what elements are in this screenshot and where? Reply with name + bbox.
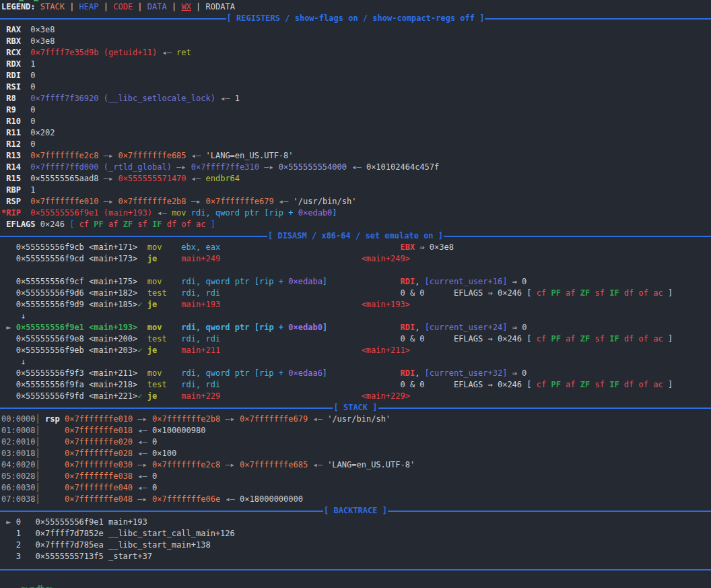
section-disasm: [ DISASM / x86-64 / set emulate on ] 0×5… bbox=[1, 230, 711, 402]
backtrace-row: ► 0 0×55555556f9e1 main+193 bbox=[1, 517, 711, 528]
disasm-row: 0×55555556f9cf <main+175> mov rdi, qword… bbox=[1, 276, 711, 288]
backtrace-row: 2 0×7ffff7d785ea __libc_start_main+138 bbox=[1, 540, 711, 551]
stack-row: 01:0008│ 0×7fffffffe018 ◂— 0×100000980 bbox=[1, 425, 711, 436]
stack-list: 00:0000│ rsp 0×7fffffffe010 —▸ 0×7ffffff… bbox=[1, 414, 711, 505]
command-prompt[interactable]: pwndbg> bbox=[1, 573, 711, 584]
register-row: R15 0×55555565aad8 —▸ 0×555555571470 ◂— … bbox=[1, 173, 711, 185]
section-stack: [ STACK ] 00:0000│ rsp 0×7fffffffe010 —▸… bbox=[1, 402, 711, 505]
disasm-row: 0×55555556f9fa <main+218> test rdi, rdi … bbox=[1, 379, 711, 391]
disasm-row: 0×55555556f9d9 <main+185>✓ je main+193 <… bbox=[1, 299, 711, 311]
registers-section-header: [ REGISTERS / show-flags on / show-compa… bbox=[0, 13, 711, 24]
backtrace-section-header: [ BACKTRACE ] bbox=[0, 505, 711, 517]
register-row: RAX 0×3e8 bbox=[1, 24, 711, 36]
stack-row: 05:0028│ 0×7fffffffe038 ◂— 0 bbox=[1, 471, 711, 482]
stack-row: 02:0010│ 0×7fffffffe020 ◂— 0 bbox=[1, 436, 711, 448]
register-row: R11 0×202 bbox=[1, 127, 711, 139]
register-row: R8 0×7ffff7f36920 (__libc_setlocale_lock… bbox=[1, 93, 711, 104]
backtrace-section-title: [ BACKTRACE ] bbox=[323, 505, 388, 517]
stack-section-title: [ STACK ] bbox=[333, 402, 378, 414]
register-row: R9 0 bbox=[1, 104, 711, 116]
register-row: EFLAGS 0×246 [ cf PF af ZF sf IF df of a… bbox=[1, 219, 711, 230]
disasm-row: 0×55555556f9e8 <main+200> test rdi, rdi … bbox=[1, 333, 711, 345]
disasm-row: 0×55555556f9cb <main+171> mov ebx, eax E… bbox=[1, 242, 711, 253]
register-row: RBX 0×3e8 bbox=[1, 36, 711, 47]
disasm-row: 0×55555556f9eb <main+203>✓ je main+211 <… bbox=[1, 345, 711, 356]
register-row: RSI 0 bbox=[1, 81, 711, 93]
disasm-row: 0×55555556f9d6 <main+182> test rdi, rdi … bbox=[1, 288, 711, 299]
stack-row: 04:0020│ 0×7fffffffe030 —▸ 0×7fffffffe2c… bbox=[1, 459, 711, 471]
stack-row: 06:0030│ 0×7fffffffe040 ◂— 0 bbox=[1, 482, 711, 494]
disasm-row: 0×55555556f9fd <main+221>✓ je main+229 <… bbox=[1, 391, 711, 402]
section-backtrace: [ BACKTRACE ] ► 0 0×55555556f9e1 main+19… bbox=[1, 505, 711, 562]
registers-list: RAX 0×3e8 RBX 0×3e8 RCX 0×7ffff7e35d9b (… bbox=[1, 24, 711, 230]
disasm-row: ► 0×55555556f9e1 <main+193> mov rdi, qwo… bbox=[1, 322, 711, 333]
register-row: R12 0 bbox=[1, 139, 711, 150]
register-row: RSP 0×7fffffffe010 —▸ 0×7fffffffe2b8 —▸ … bbox=[1, 196, 711, 207]
disasm-section-header: [ DISASM / x86-64 / set emulate on ] bbox=[0, 230, 711, 242]
legend-bar: LEGEND: STACK | HEAP | CODE | DATA | WX … bbox=[1, 1, 711, 13]
backtrace-list: ► 0 0×55555556f9e1 main+193 1 0×7ffff7d7… bbox=[1, 517, 711, 562]
disasm-row: ↓ bbox=[1, 311, 711, 322]
section-registers: [ REGISTERS / show-flags on / show-compa… bbox=[1, 13, 711, 230]
stack-section-header: [ STACK ] bbox=[0, 402, 711, 414]
stack-row: 07:0038│ 0×7fffffffe048 —▸ 0×7fffffffe06… bbox=[1, 494, 711, 505]
pwndbg-terminal: LEGEND: STACK | HEAP | CODE | DATA | WX … bbox=[0, 0, 711, 588]
stack-row: 03:0018│ 0×7fffffffe028 ◂— 0×100 bbox=[1, 448, 711, 459]
legend-line: LEGEND: STACK | HEAP | CODE | DATA | WX … bbox=[1, 1, 711, 13]
disasm-row bbox=[1, 265, 711, 276]
backtrace-row: 1 0×7ffff7d7852e __libc_start_call_main+… bbox=[1, 528, 711, 540]
disasm-section-title: [ DISASM / x86-64 / set emulate on ] bbox=[267, 230, 444, 242]
stack-row: 00:0000│ rsp 0×7fffffffe010 —▸ 0×7ffffff… bbox=[1, 414, 711, 425]
disasm-row: ↓ bbox=[1, 356, 711, 368]
backtrace-row: 3 0×5555555713f5 _start+37 bbox=[1, 551, 711, 562]
clipped-text-artifact bbox=[34, 0, 38, 1]
disasm-list: 0×55555556f9cb <main+171> mov ebx, eax E… bbox=[1, 242, 711, 402]
register-row: RCX 0×7ffff7e35d9b (getuid+11) ◂— ret bbox=[1, 47, 711, 59]
register-row: R10 0 bbox=[1, 116, 711, 127]
prompt-separator-line bbox=[0, 569, 711, 570]
register-row: *RIP 0×55555556f9e1 (main+193) ◂— mov rd… bbox=[1, 207, 711, 219]
register-row: R13 0×7fffffffe2c8 —▸ 0×7fffffffe685 ◂— … bbox=[1, 150, 711, 162]
register-row: RBP 1 bbox=[1, 185, 711, 196]
disasm-row: 0×55555556f9f3 <main+211> mov rdi, qword… bbox=[1, 368, 711, 379]
disasm-row: 0×55555556f9cd <main+173> je main+249 <m… bbox=[1, 253, 711, 265]
register-row: RDX 1 bbox=[1, 59, 711, 70]
register-row: R14 0×7ffff7ffd000 (_rtld_global) —▸ 0×7… bbox=[1, 162, 711, 173]
registers-section-title: [ REGISTERS / show-flags on / show-compa… bbox=[226, 13, 485, 24]
clipped-text-artifact bbox=[19, 0, 24, 1]
register-row: RDI 0 bbox=[1, 70, 711, 81]
prompt-label: pwndbg> bbox=[21, 585, 55, 588]
